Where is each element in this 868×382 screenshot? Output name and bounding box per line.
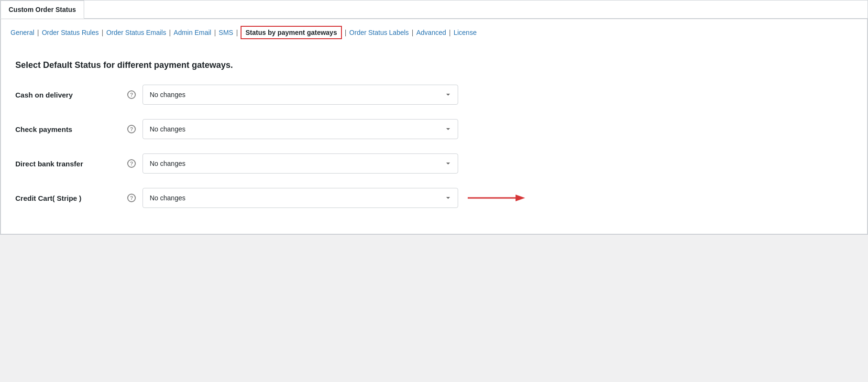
help-icon-credit-cart-stripe[interactable]: ? bbox=[127, 194, 136, 202]
dropdown-wrapper-cash-on-delivery: No changesPending paymentProcessingOn ho… bbox=[143, 85, 458, 105]
nav-tab-status-by-payment-gateways[interactable]: Status by payment gateways bbox=[241, 26, 341, 39]
gateway-label-check-payments: Check payments bbox=[15, 125, 121, 133]
help-icon-direct-bank-transfer[interactable]: ? bbox=[127, 159, 136, 168]
dropdown-check-payments[interactable]: No changesPending paymentProcessingOn ho… bbox=[143, 119, 458, 139]
content-area: Select Default Status for different paym… bbox=[0, 44, 868, 234]
dropdown-wrapper-check-payments: No changesPending paymentProcessingOn ho… bbox=[143, 119, 458, 139]
plugin-tab-container: Custom Order Status General|Order Status… bbox=[0, 0, 868, 235]
help-icon-cash-on-delivery[interactable]: ? bbox=[127, 90, 136, 99]
nav-separator: | bbox=[449, 29, 451, 36]
nav-tabs: General|Order Status Rules|Order Status … bbox=[0, 19, 868, 44]
help-icon-check-payments[interactable]: ? bbox=[127, 125, 136, 133]
nav-tab-order-status-rules[interactable]: Order Status Rules bbox=[42, 29, 99, 36]
nav-separator: | bbox=[412, 29, 414, 36]
nav-tab-order-status-labels[interactable]: Order Status Labels bbox=[349, 29, 409, 36]
plugin-tab-bar: Custom Order Status bbox=[0, 0, 868, 19]
nav-separator: | bbox=[345, 29, 347, 36]
dropdown-wrapper-direct-bank-transfer: No changesPending paymentProcessingOn ho… bbox=[143, 153, 458, 174]
gateway-label-credit-cart-stripe: Credit Cart( Stripe ) bbox=[15, 194, 121, 202]
gateway-label-cash-on-delivery: Cash on delivery bbox=[15, 91, 121, 99]
red-arrow-svg bbox=[468, 193, 525, 203]
red-arrow-indicator bbox=[468, 193, 525, 203]
nav-tab-license[interactable]: License bbox=[453, 29, 476, 36]
nav-separator: | bbox=[214, 29, 216, 36]
page-wrapper: Custom Order Status General|Order Status… bbox=[0, 0, 868, 382]
nav-separator: | bbox=[102, 29, 104, 36]
plugin-tab-title[interactable]: Custom Order Status bbox=[0, 0, 84, 19]
dropdown-cash-on-delivery[interactable]: No changesPending paymentProcessingOn ho… bbox=[143, 85, 458, 105]
nav-tab-order-status-emails[interactable]: Order Status Emails bbox=[106, 29, 166, 36]
gateway-rows-container: Cash on delivery?No changesPending payme… bbox=[15, 85, 853, 208]
nav-tab-general[interactable]: General bbox=[11, 29, 34, 36]
svg-marker-1 bbox=[516, 195, 525, 201]
gateway-row-direct-bank-transfer: Direct bank transfer?No changesPending p… bbox=[15, 153, 853, 174]
gateway-label-direct-bank-transfer: Direct bank transfer bbox=[15, 160, 121, 168]
dropdown-wrapper-credit-cart-stripe: No changesPending paymentProcessingOn ho… bbox=[143, 188, 458, 208]
dropdown-credit-cart-stripe[interactable]: No changesPending paymentProcessingOn ho… bbox=[143, 188, 458, 208]
nav-separator: | bbox=[169, 29, 171, 36]
nav-separator: | bbox=[37, 29, 39, 36]
page-title: Select Default Status for different paym… bbox=[15, 60, 853, 70]
dropdown-direct-bank-transfer[interactable]: No changesPending paymentProcessingOn ho… bbox=[143, 153, 458, 174]
nav-tab-sms[interactable]: SMS bbox=[219, 29, 233, 36]
nav-separator: | bbox=[236, 29, 238, 36]
gateway-row-check-payments: Check payments?No changesPending payment… bbox=[15, 119, 853, 139]
gateway-row-cash-on-delivery: Cash on delivery?No changesPending payme… bbox=[15, 85, 853, 105]
nav-tab-advanced[interactable]: Advanced bbox=[416, 29, 446, 36]
gateway-row-credit-cart-stripe: Credit Cart( Stripe )?No changesPending … bbox=[15, 188, 853, 208]
nav-tab-admin-email[interactable]: Admin Email bbox=[174, 29, 211, 36]
